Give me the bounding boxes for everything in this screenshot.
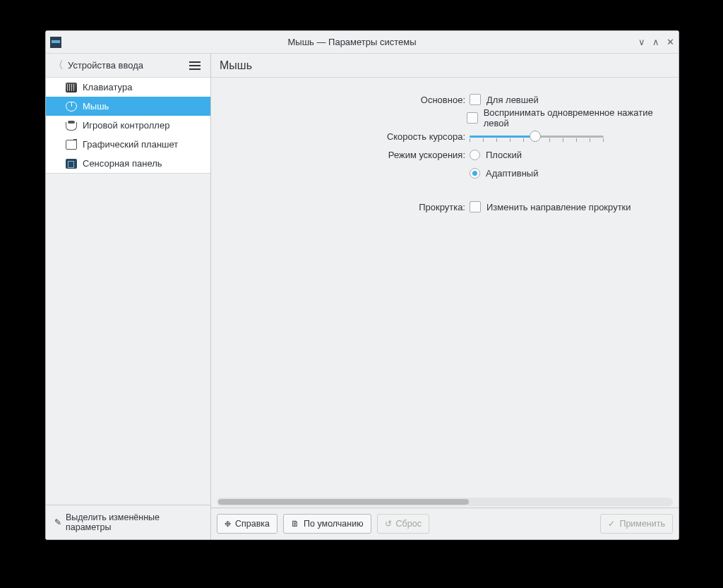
- minimize-button[interactable]: ∨: [638, 37, 645, 47]
- check-icon: [608, 519, 615, 529]
- label-pointer-speed: Скорость курсора:: [211, 131, 470, 142]
- sidebar-header: 〈 Устройства ввода: [46, 54, 210, 78]
- window-controls: ∨ ∧ ✕: [638, 37, 674, 47]
- label-main: Основное:: [211, 95, 470, 105]
- highlight-changes-button[interactable]: Выделить изменённые параметры: [50, 510, 206, 535]
- reset-label: Сброс: [396, 519, 422, 529]
- apply-button: Применить: [600, 514, 673, 534]
- sidebar-item-label: Игровой контроллер: [83, 120, 169, 131]
- settings-form: Основное: Для левшей Воспринимать одновр…: [211, 78, 679, 496]
- slider-thumb[interactable]: [530, 131, 541, 142]
- undo-icon: [385, 519, 392, 529]
- sidebar-item-label: Клавиатура: [83, 82, 132, 92]
- help-icon: [225, 519, 231, 529]
- help-button[interactable]: Справка: [217, 514, 277, 534]
- content-area: Мышь Основное: Для левшей Воспринимать о…: [211, 54, 679, 539]
- sidebar-item-label: Графический планшет: [83, 139, 178, 150]
- pointer-speed-slider[interactable]: [470, 130, 604, 143]
- nav-list: Клавиатура Мышь Игровой контроллер Графи…: [46, 78, 210, 174]
- window-title: Мышь — Параметры системы: [66, 37, 638, 47]
- option-invert-scroll: Изменить направление прокрутки: [486, 202, 631, 212]
- keyboard-icon: [66, 83, 77, 92]
- defaults-button[interactable]: По умолчанию: [283, 514, 371, 534]
- sidebar-item-label: Мышь: [83, 101, 109, 112]
- touchpad-icon: [66, 159, 77, 169]
- sidebar-footer: Выделить изменённые параметры: [46, 505, 210, 539]
- sidebar-item-keyboard[interactable]: Клавиатура: [46, 78, 210, 97]
- checkbox-simultaneous-press[interactable]: [467, 112, 478, 124]
- back-icon[interactable]: 〈: [53, 59, 64, 72]
- option-flat: Плоский: [486, 150, 522, 160]
- menu-icon[interactable]: [186, 59, 203, 73]
- checkbox-invert-scroll[interactable]: [470, 201, 481, 212]
- maximize-button[interactable]: ∧: [652, 37, 659, 47]
- checkbox-left-handed[interactable]: [470, 94, 481, 105]
- highlight-changes-label: Выделить изменённые параметры: [66, 512, 202, 532]
- footer-toolbar: Справка По умолчанию Сброс Применить: [211, 508, 679, 539]
- reset-button: Сброс: [377, 514, 429, 534]
- horizontal-scrollbar[interactable]: [217, 498, 673, 506]
- option-left-handed: Для левшей: [486, 95, 539, 105]
- app-icon: [50, 37, 61, 48]
- defaults-label: По умолчанию: [304, 519, 364, 529]
- label-accel-mode: Режим ускорения:: [211, 150, 470, 160]
- option-simultaneous: Воспринимать одновременное нажатие левой: [484, 107, 679, 128]
- sidebar-item-touchpad[interactable]: Сенсорная панель: [46, 154, 210, 173]
- document-icon: [291, 519, 299, 529]
- sidebar: 〈 Устройства ввода Клавиатура Мышь Игров…: [46, 54, 211, 539]
- pencil-icon: [54, 517, 61, 527]
- page-title: Мышь: [220, 59, 252, 72]
- help-label: Справка: [235, 519, 270, 529]
- option-adaptive: Адаптивный: [486, 168, 538, 179]
- sidebar-title[interactable]: Устройства ввода: [68, 60, 186, 71]
- apply-label: Применить: [619, 519, 665, 529]
- content-header: Мышь: [211, 54, 679, 78]
- sidebar-item-gamepad[interactable]: Игровой контроллер: [46, 116, 210, 135]
- settings-window: Мышь — Параметры системы ∨ ∧ ✕ 〈 Устройс…: [45, 30, 679, 540]
- mouse-icon: [66, 102, 77, 112]
- gamepad-icon: [66, 121, 77, 131]
- sidebar-item-tablet[interactable]: Графический планшет: [46, 135, 210, 154]
- sidebar-item-label: Сенсорная панель: [83, 158, 162, 169]
- label-scroll: Прокрутка:: [211, 202, 470, 212]
- window-body: 〈 Устройства ввода Клавиатура Мышь Игров…: [46, 54, 679, 539]
- titlebar: Мышь — Параметры системы ∨ ∧ ✕: [46, 31, 679, 54]
- radio-flat[interactable]: [470, 150, 480, 160]
- radio-adaptive[interactable]: [470, 168, 480, 179]
- tablet-icon: [66, 140, 77, 150]
- close-button[interactable]: ✕: [667, 37, 674, 47]
- sidebar-item-mouse[interactable]: Мышь: [46, 97, 210, 116]
